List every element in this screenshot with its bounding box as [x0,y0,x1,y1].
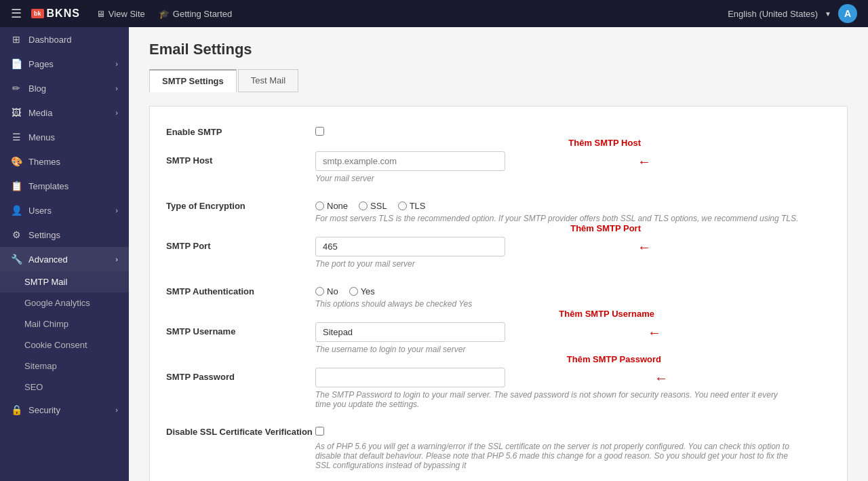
enable-smtp-field [315,123,831,138]
view-site-link[interactable]: 🖥 View Site [96,9,145,19]
smtp-settings-form: Enable SMTP SMTP Host Thêm SMTP Host ← Y… [149,106,848,481]
smtp-port-arrow-icon: ← [637,239,651,255]
user-avatar[interactable]: A [838,4,857,23]
sidebar-sub-seo[interactable]: SEO [0,377,129,398]
blog-chevron-icon: › [115,84,118,92]
sidebar-label-menus: Menus [28,132,118,142]
auth-no-radio[interactable] [315,287,324,296]
smtp-username-row: SMTP Username Thêm SMTP Username ← The u… [166,322,831,354]
encryption-ssl-label[interactable]: SSL [359,201,387,211]
smtp-host-field: Thêm SMTP Host ← Your mail server [315,151,831,183]
encryption-tls-label[interactable]: TLS [398,201,426,211]
auth-yes-radio[interactable] [349,287,358,296]
sidebar-sub-sitemap[interactable]: Sitemap [0,355,129,377]
hamburger-icon[interactable]: ☰ [11,6,22,21]
sidebar-item-security[interactable]: 🔒 Security › [0,398,129,422]
sidebar-label-dashboard: Dashboard [28,35,118,45]
encryption-none-label[interactable]: None [315,201,348,211]
monitor-icon: 🖥 [96,9,105,19]
blog-icon: ✏ [11,83,22,94]
auth-yes-label[interactable]: Yes [349,286,375,296]
dashboard-icon: ⊞ [11,34,22,45]
smtp-port-row: SMTP Port Thêm SMTP Port ← The port to y… [166,237,831,269]
sidebar-label-templates: Templates [28,181,118,191]
encryption-none-radio[interactable] [315,201,324,210]
sidebar-sub-google-analytics[interactable]: Google Analytics [0,292,129,313]
ssl-label: Disable SSL Certificate Verification [166,423,315,470]
getting-started-link[interactable]: 🎓 Getting Started [159,9,232,19]
smtp-port-field: Thêm SMTP Port ← The port to your mail s… [315,237,831,269]
sidebar-label-themes: Themes [28,157,118,167]
smtp-password-hint: The SMTP Password to login to your mail … [315,390,790,409]
smtp-port-input[interactable] [315,237,505,256]
sidebar-item-settings[interactable]: ⚙ Settings [0,223,129,247]
sidebar-item-advanced[interactable]: 🔧 Advanced › [0,247,129,271]
tab-test-mail[interactable]: Test Mail [238,69,298,92]
smtp-username-hint: The username to login to your mail serve… [315,345,831,354]
smtp-username-input[interactable] [315,322,505,342]
topbar-right: English (United States) ▼ A [728,4,857,23]
main-layout: ⊞ Dashboard 📄 Pages › ✏ Blog › 🖼 Media ›… [0,27,868,481]
smtp-auth-field: No Yes This options should always be che… [315,282,831,309]
encryption-hint: For most servers TLS is the recommended … [315,214,831,223]
sidebar-sub-mail-chimp[interactable]: Mail Chimp [0,313,129,334]
media-chevron-icon: › [115,109,118,117]
users-chevron-icon: › [115,206,118,214]
enable-smtp-row: Enable SMTP [166,123,831,138]
smtp-host-arrow-icon: ← [637,154,651,170]
sidebar-label-security: Security [28,405,108,415]
smtp-host-input[interactable] [315,151,505,171]
smtp-host-row: SMTP Host Thêm SMTP Host ← Your mail ser… [166,151,831,183]
enable-smtp-checkbox[interactable] [315,127,324,136]
media-icon: 🖼 [11,107,22,118]
smtp-port-annotation: Thêm SMTP Port [570,223,641,233]
logo-text: BKNS [47,7,80,20]
tab-smtp-settings[interactable]: SMTP Settings [149,69,237,92]
ssl-row: Disable SSL Certificate Verification As … [166,423,831,470]
sidebar-sub-cookie-consent[interactable]: Cookie Consent [0,334,129,355]
security-icon: 🔒 [11,404,22,415]
sidebar-sub-smtp-mail[interactable]: SMTP Mail [0,271,129,292]
smtp-host-hint: Your mail server [315,174,831,183]
themes-icon: 🎨 [11,156,22,167]
smtp-password-field: Thêm SMTP Password ← The SMTP Password t… [315,368,831,409]
sidebar-item-templates[interactable]: 📋 Templates [0,174,129,198]
sidebar-item-blog[interactable]: ✏ Blog › [0,76,129,100]
sidebar-item-dashboard[interactable]: ⊞ Dashboard [0,27,129,52]
encryption-tls-radio[interactable] [398,201,407,210]
security-chevron-icon: › [115,406,118,414]
settings-icon: ⚙ [11,229,22,240]
lang-chevron-icon: ▼ [825,10,831,18]
sidebar-label-media: Media [28,108,108,118]
smtp-host-label: SMTP Host [166,151,315,183]
tabs: SMTP Settings Test Mail [149,69,848,92]
ssl-hint: As of PHP 5.6 you will get a warning/err… [315,442,790,470]
smtp-auth-row: SMTP Authentication No Yes This options … [166,282,831,309]
pages-icon: 📄 [11,58,22,69]
encryption-ssl-radio[interactable] [359,201,368,210]
auth-no-label[interactable]: No [315,286,338,296]
sidebar-label-users: Users [28,206,108,216]
logo-icon: bk [31,9,44,18]
sidebar-item-menus[interactable]: ☰ Menus [0,125,129,149]
smtp-username-annotation: Thêm SMTP Username [559,309,654,319]
sidebar-label-blog: Blog [28,83,108,94]
language-selector[interactable]: English (United States) [728,9,818,19]
smtp-password-annotation: Thêm SMTP Password [567,354,661,364]
auth-hint: This options should always be checked Ye… [315,299,831,309]
ssl-checkbox[interactable] [315,427,324,436]
sidebar-item-media[interactable]: 🖼 Media › [0,100,129,125]
sidebar-item-pages[interactable]: 📄 Pages › [0,52,129,76]
sidebar-item-themes[interactable]: 🎨 Themes [0,149,129,174]
smtp-username-field: Thêm SMTP Username ← The username to log… [315,322,831,354]
sidebar-label-advanced: Advanced [28,254,108,265]
sidebar-item-users[interactable]: 👤 Users › [0,198,129,223]
smtp-password-input[interactable] [315,368,505,387]
encryption-label: Type of Encryption [166,197,315,223]
encryption-row: Type of Encryption None SSL TLS For [166,197,831,223]
ssl-field: As of PHP 5.6 you will get a warning/err… [315,423,831,470]
smtp-password-arrow-icon: ← [654,370,668,386]
encryption-field: None SSL TLS For most servers TLS is the… [315,197,831,223]
advanced-chevron-icon: › [115,255,118,263]
users-icon: 👤 [11,205,22,216]
